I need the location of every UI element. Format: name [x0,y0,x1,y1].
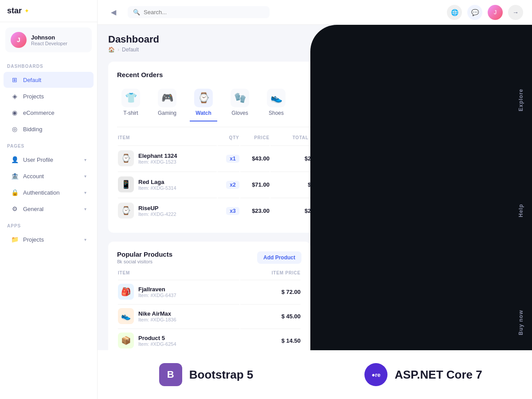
tab-shoes[interactable]: 👟 Shoes [262,86,290,121]
sidebar-item-account[interactable]: 🏦 Account ▾ [4,168,94,184]
table-row: ⌚ Elephant 1324 Item: #XDG-1523 x1 $43.0… [118,145,325,171]
list-item: 👟 Nike AirMax Item: #XDG-1836 $ 45.00 [118,304,301,328]
table-cell-item: ⌚ RiseUP Item: #XDG-4222 [118,198,217,223]
table-cell-item: 📱 Red Laga Item: #XDG-5314 [118,172,217,197]
sidebar-item-projects[interactable]: ◈ Projects [4,88,94,104]
product-name: RiseUP [138,205,176,211]
table-cell-item: ⌚ Elephant 1324 Item: #XDG-1523 [118,145,217,171]
sidebar-item-label: Authentication [23,189,80,196]
tab-gaming[interactable]: 🎮 Gaming [153,86,181,121]
banner-overlay: B Bootstrap 5 ●re ASP.NET Core 7 [98,350,532,399]
user-role: React Developer [31,41,67,46]
product-sku: Item: #XDG-6437 [138,293,176,298]
product-name: Fjallraven [138,286,176,293]
help-side-button[interactable]: Help [513,197,528,224]
product-image: ⌚ [118,203,134,219]
account-icon: 🏦 [11,172,19,180]
table-row: 📱 Red Laga Item: #XDG-5314 x2 $71.00 [118,172,325,197]
tab-gloves[interactable]: 🧤 Gloves [226,86,254,121]
shoes-tab-icon: 👟 [267,89,286,107]
collapse-sidebar-button[interactable]: ◀ [106,5,121,20]
table-cell-price: $23.00 [240,198,270,223]
section-label-dashboards: DASHBOARDS [0,58,97,71]
table-cell-price: $71.00 [240,172,270,197]
aspnet-banner: ●re ASP.NET Core 7 [315,350,532,399]
sidebar-item-bidding[interactable]: ◎ Bidding [4,121,94,137]
list-item: 📦 Product 5 Item: #XDG-6254 $ 14.50 [118,329,301,352]
user-icon: 👤 [11,156,19,164]
notification-icon-button[interactable]: 💬 [467,5,482,20]
section-label-apps: APPS [0,217,97,231]
product-name: Nike AirMax [138,310,176,317]
search-input[interactable] [144,9,264,16]
popular-products-header: Popular Products 8k social visitors Add … [117,250,301,264]
add-product-button[interactable]: Add Product [257,251,301,264]
sidebar-item-authentication[interactable]: 🔒 Authentication ▾ [4,184,94,200]
sidebar-logo: star ✦ [0,0,97,22]
tab-gloves-label: Gloves [231,110,248,116]
sidebar-item-label: Projects [23,236,80,243]
recent-orders-header: Recent Orders ⋯ [117,70,326,79]
sidebar-item-label: Projects [23,93,86,100]
table-cell-qty: x3 [218,198,239,223]
tab-shoes-label: Shoes [269,110,284,116]
tshirt-tab-icon: 👕 [121,89,140,107]
sidebar-item-default[interactable]: ⊞ Default [4,72,94,88]
sidebar-item-projects-app[interactable]: 📁 Projects ▾ [4,231,94,247]
breadcrumb-current: Default [122,47,139,53]
breadcrumb-separator: › [117,47,119,53]
chevron-down-icon: ▾ [84,207,86,211]
chevron-down-icon: ▾ [84,190,86,195]
sidebar-section-dashboards: DASHBOARDS ⊞ Default ◈ Projects ◉ eComme… [0,58,97,137]
product-name: Red Laga [138,179,176,185]
section-label-pages: PAGES [0,137,97,151]
product-image: 📱 [118,176,134,192]
breadcrumb-home-icon: 🏠 [108,47,115,53]
product-name: Product 5 [138,335,176,341]
globe-icon-button[interactable]: 🌐 [447,5,462,20]
buynow-side-button[interactable]: Buy now [513,303,528,342]
dark-panel: Explore Help Buy now [310,25,532,399]
orders-table: ITEM QTY PRICE TOTAL PRICE ⌚ [117,134,326,224]
col-qty: QTY [218,135,239,145]
col-price-header: ITEM PRICE [240,270,301,279]
folder-icon: 📁 [11,235,19,243]
sidebar-item-general[interactable]: ⚙ General ▾ [4,201,94,217]
product-sku: Item: #XDG-1836 [138,317,176,322]
sidebar-item-label: Account [23,173,80,180]
main-area: ◀ 🔍 🌐 💬 J → Explore Help Buy now [98,0,532,399]
sidebar-user[interactable]: J Johnson React Developer [5,27,92,52]
col-price: PRICE [240,135,270,145]
sidebar-item-ecommerce[interactable]: ◉ eCommerce [4,105,94,121]
sidebar-section-apps: APPS 📁 Projects ▾ [0,217,97,248]
tab-tshirt[interactable]: 👕 T-shirt [117,86,145,121]
bootstrap-banner: B Bootstrap 5 [98,350,315,399]
bootstrap-icon: B [159,363,182,386]
tab-gaming-label: Gaming [158,110,176,116]
user-avatar-button[interactable]: J [488,5,503,20]
topbar: ◀ 🔍 🌐 💬 J → [98,0,532,25]
page-title: Dashboard [108,34,159,45]
tab-watch[interactable]: ⌚ Watch [190,86,217,121]
sidebar-item-user-profile[interactable]: 👤 User Profile ▾ [4,152,94,168]
avatar: J [11,32,27,48]
product-cell: 🎒 Fjallraven Item: #XDG-6437 [118,280,239,303]
user-name: Johnson [31,34,67,41]
product-image: ⌚ [118,150,134,166]
breadcrumb: 🏠 › Default [108,47,159,53]
gaming-tab-icon: 🎮 [158,89,176,107]
search-icon: 🔍 [133,9,140,16]
explore-side-button[interactable]: Explore [513,82,528,118]
watch-tab-icon: ⌚ [194,89,213,107]
arrow-right-icon-button[interactable]: → [508,5,523,20]
product-image: 👟 [118,308,134,324]
sidebar-item-label: Default [23,77,86,83]
chevron-down-icon: ▾ [84,237,86,242]
sidebar-section-pages: PAGES 👤 User Profile ▾ 🏦 Account ▾ 🔒 Aut… [0,137,97,217]
gloves-tab-icon: 🧤 [231,89,249,107]
col-item: ITEM [118,135,217,145]
chevron-down-icon: ▾ [84,157,86,162]
grid-icon: ⊞ [11,76,19,84]
product-price: $ 14.50 [240,329,301,352]
tab-watch-label: Watch [196,110,211,116]
